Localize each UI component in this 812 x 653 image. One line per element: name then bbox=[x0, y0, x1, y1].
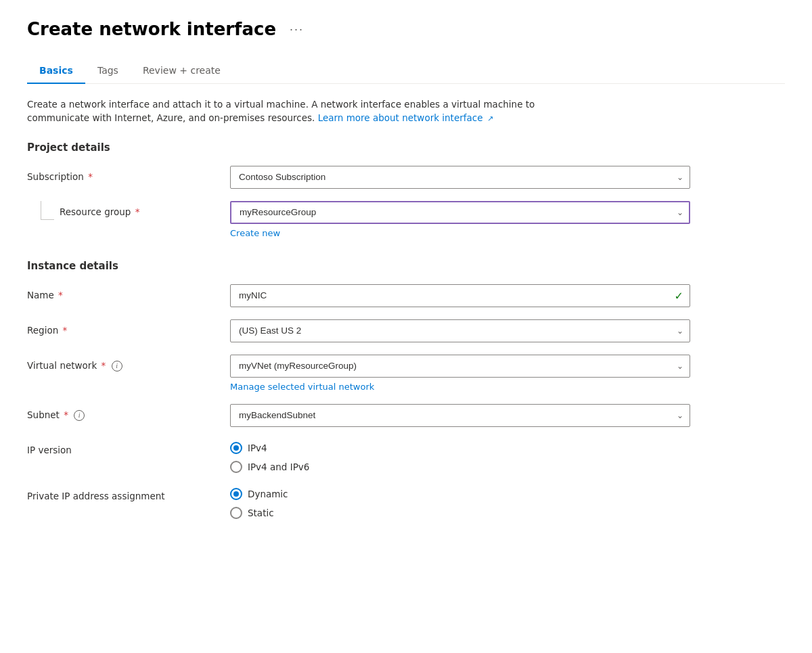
private-ip-radio-group: Dynamic Static bbox=[230, 485, 690, 519]
subnet-input-col: myBackendSubnet ⌄ bbox=[230, 404, 690, 427]
page-container: Create network interface ··· Basics Tags… bbox=[0, 0, 812, 560]
ip-version-row: IP version IPv4 IPv4 and IPv6 bbox=[27, 439, 785, 473]
ipv4-ipv6-radio-circle bbox=[230, 461, 242, 473]
region-required: * bbox=[60, 325, 67, 336]
ipv4-radio-dot bbox=[233, 445, 239, 451]
region-label-col: Region * bbox=[27, 319, 217, 336]
learn-more-link[interactable]: Learn more about network interface ↗ bbox=[318, 112, 494, 123]
vnet-label-col: Virtual network * i bbox=[27, 355, 217, 371]
ip-version-label-col: IP version bbox=[27, 439, 217, 455]
name-input-col: ✓ bbox=[230, 284, 690, 307]
rg-required: * bbox=[132, 206, 139, 217]
tab-review-create[interactable]: Review + create bbox=[131, 58, 233, 84]
ipv4-option[interactable]: IPv4 bbox=[230, 442, 690, 454]
ipv4-ipv6-option[interactable]: IPv4 and IPv6 bbox=[230, 461, 690, 473]
rg-dropdown-wrapper: myResourceGroup ⌄ bbox=[230, 201, 690, 224]
region-input-col: (US) East US 2 ⌄ bbox=[230, 319, 690, 342]
subnet-label-col: Subnet * i bbox=[27, 404, 217, 421]
dynamic-option[interactable]: Dynamic bbox=[230, 488, 690, 500]
project-details-section: Project details Subscription * Contoso S… bbox=[27, 141, 785, 238]
name-input[interactable] bbox=[230, 284, 690, 307]
resource-group-select[interactable]: myResourceGroup bbox=[230, 201, 690, 224]
ellipsis-button[interactable]: ··· bbox=[284, 20, 309, 39]
external-link-icon: ↗ bbox=[485, 114, 494, 123]
subscription-label-col: Subscription * bbox=[27, 166, 217, 182]
tab-tags[interactable]: Tags bbox=[85, 58, 131, 84]
vnet-select[interactable]: myVNet (myResourceGroup) bbox=[230, 355, 690, 378]
name-valid-icon: ✓ bbox=[675, 289, 683, 302]
manage-vnet-link[interactable]: Manage selected virtual network bbox=[230, 382, 374, 392]
instance-details-title: Instance details bbox=[27, 260, 785, 272]
ip-version-input-col: IPv4 IPv4 and IPv6 bbox=[230, 439, 690, 473]
page-title: Create network interface bbox=[27, 19, 276, 39]
page-title-row: Create network interface ··· bbox=[27, 19, 785, 39]
region-dropdown-wrapper: (US) East US 2 ⌄ bbox=[230, 319, 690, 342]
project-details-title: Project details bbox=[27, 141, 785, 154]
tabs-row: Basics Tags Review + create bbox=[27, 58, 785, 84]
rg-input-col: myResourceGroup ⌄ Create new bbox=[230, 201, 690, 238]
description-text: Create a network interface and attach it… bbox=[27, 97, 555, 125]
ipv4-radio-circle bbox=[230, 442, 242, 454]
private-ip-input-col: Dynamic Static bbox=[230, 485, 690, 519]
name-required: * bbox=[55, 290, 63, 300]
subscription-required: * bbox=[85, 171, 93, 182]
region-select[interactable]: (US) East US 2 bbox=[230, 319, 690, 342]
vnet-info-icon[interactable]: i bbox=[112, 361, 122, 371]
dynamic-radio-dot bbox=[233, 491, 239, 497]
vnet-row: Virtual network * i myVNet (myResourceGr… bbox=[27, 355, 785, 392]
vnet-dropdown-wrapper: myVNet (myResourceGroup) ⌄ bbox=[230, 355, 690, 378]
subscription-dropdown-wrapper: Contoso Subscription ⌄ bbox=[230, 166, 690, 189]
subnet-dropdown-wrapper: myBackendSubnet ⌄ bbox=[230, 404, 690, 427]
static-radio-circle bbox=[230, 507, 242, 519]
subnet-info-icon[interactable]: i bbox=[74, 410, 85, 421]
name-input-wrapper: ✓ bbox=[230, 284, 690, 307]
subnet-select[interactable]: myBackendSubnet bbox=[230, 404, 690, 427]
rg-label: Resource group * bbox=[60, 201, 139, 217]
name-row: Name * ✓ bbox=[27, 284, 785, 307]
name-label-col: Name * bbox=[27, 284, 217, 300]
dynamic-radio-circle bbox=[230, 488, 242, 500]
ip-version-radio-group: IPv4 IPv4 and IPv6 bbox=[230, 439, 690, 473]
rg-label-col: Resource group * bbox=[27, 201, 217, 220]
tab-basics[interactable]: Basics bbox=[27, 58, 85, 84]
subnet-required: * bbox=[61, 409, 68, 420]
subscription-select[interactable]: Contoso Subscription bbox=[230, 166, 690, 189]
private-ip-label-col: Private IP address assignment bbox=[27, 485, 217, 501]
resource-group-row: Resource group * myResourceGroup ⌄ Creat… bbox=[27, 201, 785, 238]
subscription-row: Subscription * Contoso Subscription ⌄ bbox=[27, 166, 785, 189]
private-ip-row: Private IP address assignment Dynamic St… bbox=[27, 485, 785, 519]
vnet-input-col: myVNet (myResourceGroup) ⌄ Manage select… bbox=[230, 355, 690, 392]
create-new-link[interactable]: Create new bbox=[230, 228, 280, 238]
subnet-row: Subnet * i myBackendSubnet ⌄ bbox=[27, 404, 785, 427]
static-option[interactable]: Static bbox=[230, 507, 690, 519]
instance-details-section: Instance details Name * ✓ Region * (U bbox=[27, 260, 785, 519]
vnet-required: * bbox=[98, 360, 106, 371]
subscription-input-col: Contoso Subscription ⌄ bbox=[230, 166, 690, 189]
region-row: Region * (US) East US 2 ⌄ bbox=[27, 319, 785, 342]
rg-indent-line bbox=[41, 201, 54, 220]
